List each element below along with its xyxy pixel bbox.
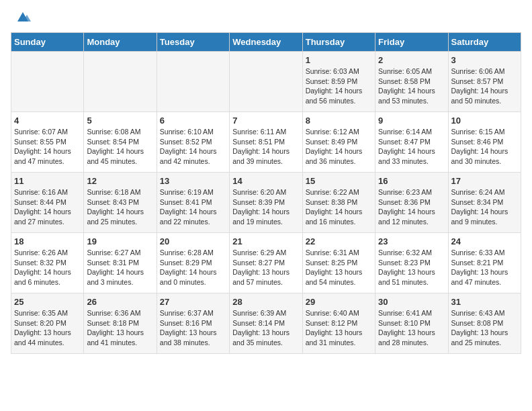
weekday-header-wednesday: Wednesday: [230, 33, 302, 52]
day-number: 19: [87, 236, 153, 246]
day-info: Sunrise: 6:16 AM Sunset: 8:44 PM Dayligh…: [14, 187, 81, 227]
day-info: Sunrise: 6:28 AM Sunset: 8:29 PM Dayligh…: [160, 248, 226, 287]
day-number: 29: [306, 297, 372, 307]
day-info: Sunrise: 6:08 AM Sunset: 8:54 PM Dayligh…: [87, 127, 153, 167]
day-info: Sunrise: 6:35 AM Sunset: 8:20 PM Dayligh…: [14, 308, 81, 348]
calendar-cell: [230, 52, 302, 112]
day-number: 23: [378, 236, 445, 246]
day-info: Sunrise: 6:11 AM Sunset: 8:51 PM Dayligh…: [232, 127, 299, 167]
calendar-cell: 13Sunrise: 6:19 AM Sunset: 8:41 PM Dayli…: [157, 173, 229, 233]
calendar-cell: 21Sunrise: 6:29 AM Sunset: 8:27 PM Dayli…: [230, 233, 302, 293]
day-number: 13: [160, 176, 226, 186]
day-info: Sunrise: 6:41 AM Sunset: 8:10 PM Dayligh…: [378, 308, 445, 348]
weekday-header-monday: Monday: [84, 33, 157, 52]
calendar-cell: 12Sunrise: 6:18 AM Sunset: 8:43 PM Dayli…: [84, 173, 157, 233]
calendar-cell: 27Sunrise: 6:37 AM Sunset: 8:16 PM Dayli…: [157, 293, 229, 354]
weekday-header-row: SundayMondayTuesdayWednesdayThursdayFrid…: [11, 33, 521, 52]
day-number: 17: [451, 176, 518, 186]
day-number: 25: [14, 297, 81, 307]
day-info: Sunrise: 6:27 AM Sunset: 8:31 PM Dayligh…: [87, 248, 153, 287]
calendar-week-row: 1Sunrise: 6:03 AM Sunset: 8:59 PM Daylig…: [11, 52, 521, 112]
calendar-cell: 26Sunrise: 6:36 AM Sunset: 8:18 PM Dayli…: [84, 293, 157, 354]
calendar-cell: 10Sunrise: 6:15 AM Sunset: 8:46 PM Dayli…: [448, 112, 521, 173]
day-info: Sunrise: 6:33 AM Sunset: 8:21 PM Dayligh…: [451, 248, 518, 287]
weekday-header-sunday: Sunday: [11, 33, 84, 52]
day-info: Sunrise: 6:43 AM Sunset: 8:08 PM Dayligh…: [451, 308, 518, 348]
day-info: Sunrise: 6:40 AM Sunset: 8:12 PM Dayligh…: [306, 308, 372, 348]
day-number: 24: [451, 236, 518, 246]
weekday-header-tuesday: Tuesday: [157, 33, 229, 52]
day-info: Sunrise: 6:20 AM Sunset: 8:39 PM Dayligh…: [232, 187, 299, 227]
day-number: 27: [160, 297, 226, 307]
day-number: 15: [306, 176, 372, 186]
calendar-cell: 9Sunrise: 6:14 AM Sunset: 8:47 PM Daylig…: [375, 112, 448, 173]
calendar-cell: 17Sunrise: 6:24 AM Sunset: 8:34 PM Dayli…: [448, 173, 521, 233]
day-info: Sunrise: 6:32 AM Sunset: 8:23 PM Dayligh…: [378, 248, 445, 287]
day-number: 5: [87, 116, 153, 126]
calendar-table: SundayMondayTuesdayWednesdayThursdayFrid…: [11, 32, 521, 354]
day-info: Sunrise: 6:06 AM Sunset: 8:57 PM Dayligh…: [451, 66, 518, 106]
calendar-cell: 23Sunrise: 6:32 AM Sunset: 8:23 PM Dayli…: [375, 233, 448, 293]
calendar-cell: [84, 52, 157, 112]
day-number: 7: [232, 116, 299, 126]
day-info: Sunrise: 6:24 AM Sunset: 8:34 PM Dayligh…: [451, 187, 518, 227]
day-info: Sunrise: 6:29 AM Sunset: 8:27 PM Dayligh…: [232, 248, 299, 287]
calendar-cell: 29Sunrise: 6:40 AM Sunset: 8:12 PM Dayli…: [302, 293, 375, 354]
day-info: Sunrise: 6:03 AM Sunset: 8:59 PM Dayligh…: [306, 66, 372, 106]
weekday-header-thursday: Thursday: [302, 33, 375, 52]
day-number: 16: [378, 176, 445, 186]
calendar-cell: 4Sunrise: 6:07 AM Sunset: 8:55 PM Daylig…: [11, 112, 84, 173]
day-info: Sunrise: 6:37 AM Sunset: 8:16 PM Dayligh…: [160, 308, 226, 348]
calendar-cell: 16Sunrise: 6:23 AM Sunset: 8:36 PM Dayli…: [375, 173, 448, 233]
day-number: 31: [451, 297, 518, 307]
page-header: [11, 11, 521, 27]
day-number: 2: [378, 55, 445, 65]
day-number: 21: [232, 236, 299, 246]
calendar-cell: 1Sunrise: 6:03 AM Sunset: 8:59 PM Daylig…: [302, 52, 375, 112]
calendar-cell: 31Sunrise: 6:43 AM Sunset: 8:08 PM Dayli…: [448, 293, 521, 354]
day-number: 9: [378, 116, 445, 126]
logo: [11, 11, 32, 27]
weekday-header-friday: Friday: [375, 33, 448, 52]
calendar-week-row: 25Sunrise: 6:35 AM Sunset: 8:20 PM Dayli…: [11, 293, 521, 354]
calendar-cell: 20Sunrise: 6:28 AM Sunset: 8:29 PM Dayli…: [157, 233, 229, 293]
calendar-cell: 2Sunrise: 6:05 AM Sunset: 8:58 PM Daylig…: [375, 52, 448, 112]
calendar-cell: 19Sunrise: 6:27 AM Sunset: 8:31 PM Dayli…: [84, 233, 157, 293]
day-info: Sunrise: 6:12 AM Sunset: 8:49 PM Dayligh…: [306, 127, 372, 167]
weekday-header-saturday: Saturday: [448, 33, 521, 52]
calendar-cell: 22Sunrise: 6:31 AM Sunset: 8:25 PM Dayli…: [302, 233, 375, 293]
day-info: Sunrise: 6:15 AM Sunset: 8:46 PM Dayligh…: [451, 127, 518, 167]
calendar-cell: 3Sunrise: 6:06 AM Sunset: 8:57 PM Daylig…: [448, 52, 521, 112]
day-number: 20: [160, 236, 226, 246]
calendar-cell: 6Sunrise: 6:10 AM Sunset: 8:52 PM Daylig…: [157, 112, 229, 173]
day-info: Sunrise: 6:22 AM Sunset: 8:38 PM Dayligh…: [306, 187, 372, 227]
day-number: 30: [378, 297, 445, 307]
day-number: 28: [232, 297, 299, 307]
calendar-week-row: 11Sunrise: 6:16 AM Sunset: 8:44 PM Dayli…: [11, 173, 521, 233]
logo-icon: [13, 8, 32, 27]
calendar-week-row: 18Sunrise: 6:26 AM Sunset: 8:32 PM Dayli…: [11, 233, 521, 293]
calendar-cell: 24Sunrise: 6:33 AM Sunset: 8:21 PM Dayli…: [448, 233, 521, 293]
day-info: Sunrise: 6:10 AM Sunset: 8:52 PM Dayligh…: [160, 127, 226, 167]
day-number: 26: [87, 297, 153, 307]
calendar-cell: 28Sunrise: 6:39 AM Sunset: 8:14 PM Dayli…: [230, 293, 302, 354]
day-info: Sunrise: 6:23 AM Sunset: 8:36 PM Dayligh…: [378, 187, 445, 227]
day-number: 8: [306, 116, 372, 126]
day-info: Sunrise: 6:39 AM Sunset: 8:14 PM Dayligh…: [232, 308, 299, 348]
day-info: Sunrise: 6:26 AM Sunset: 8:32 PM Dayligh…: [14, 248, 81, 287]
day-number: 1: [306, 55, 372, 65]
day-info: Sunrise: 6:19 AM Sunset: 8:41 PM Dayligh…: [160, 187, 226, 227]
day-info: Sunrise: 6:14 AM Sunset: 8:47 PM Dayligh…: [378, 127, 445, 167]
day-number: 10: [451, 116, 518, 126]
day-number: 14: [232, 176, 299, 186]
calendar-cell: 11Sunrise: 6:16 AM Sunset: 8:44 PM Dayli…: [11, 173, 84, 233]
calendar-cell: 14Sunrise: 6:20 AM Sunset: 8:39 PM Dayli…: [230, 173, 302, 233]
calendar-cell: 7Sunrise: 6:11 AM Sunset: 8:51 PM Daylig…: [230, 112, 302, 173]
calendar-cell: 25Sunrise: 6:35 AM Sunset: 8:20 PM Dayli…: [11, 293, 84, 354]
day-info: Sunrise: 6:07 AM Sunset: 8:55 PM Dayligh…: [14, 127, 81, 167]
calendar-cell: 8Sunrise: 6:12 AM Sunset: 8:49 PM Daylig…: [302, 112, 375, 173]
day-number: 3: [451, 55, 518, 65]
day-info: Sunrise: 6:31 AM Sunset: 8:25 PM Dayligh…: [306, 248, 372, 287]
calendar-cell: 5Sunrise: 6:08 AM Sunset: 8:54 PM Daylig…: [84, 112, 157, 173]
calendar-cell: 30Sunrise: 6:41 AM Sunset: 8:10 PM Dayli…: [375, 293, 448, 354]
